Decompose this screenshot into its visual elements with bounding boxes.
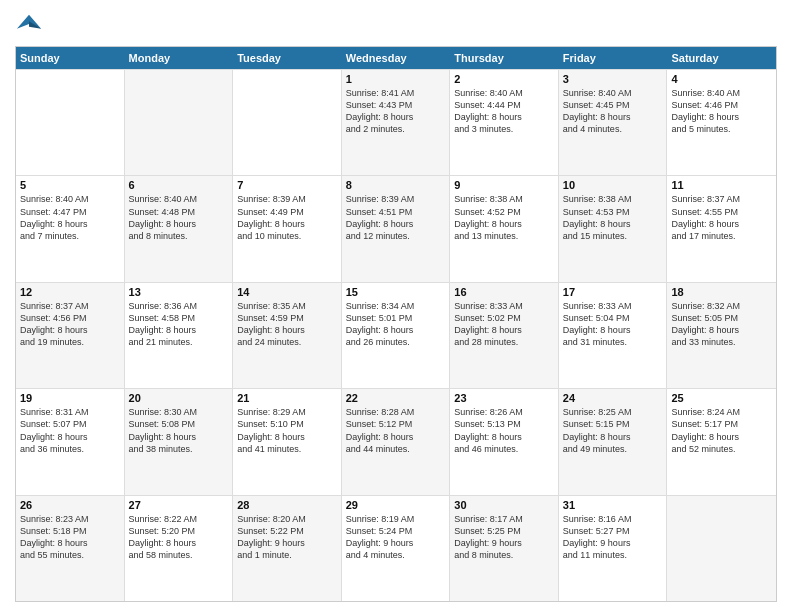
cell-info-line: and 38 minutes. xyxy=(129,443,229,455)
cell-info-line: Sunrise: 8:38 AM xyxy=(563,193,663,205)
cell-info-line: and 33 minutes. xyxy=(671,336,772,348)
cal-cell: 4Sunrise: 8:40 AMSunset: 4:46 PMDaylight… xyxy=(667,70,776,175)
day-number: 16 xyxy=(454,286,554,298)
cell-info-line: and 8 minutes. xyxy=(129,230,229,242)
cell-info-line: Daylight: 8 hours xyxy=(346,111,446,123)
cal-cell: 25Sunrise: 8:24 AMSunset: 5:17 PMDayligh… xyxy=(667,389,776,494)
cal-cell: 24Sunrise: 8:25 AMSunset: 5:15 PMDayligh… xyxy=(559,389,668,494)
cell-info-line: Daylight: 8 hours xyxy=(563,111,663,123)
cell-info-line: Sunset: 5:15 PM xyxy=(563,418,663,430)
cell-info-line: and 46 minutes. xyxy=(454,443,554,455)
cell-info-line: Sunset: 5:27 PM xyxy=(563,525,663,537)
calendar-row-0: 1Sunrise: 8:41 AMSunset: 4:43 PMDaylight… xyxy=(16,69,776,175)
cell-info-line: Sunrise: 8:33 AM xyxy=(563,300,663,312)
header-day-thursday: Thursday xyxy=(450,47,559,69)
cal-cell xyxy=(667,496,776,601)
cell-info-line: Sunrise: 8:39 AM xyxy=(237,193,337,205)
cell-info-line: and 28 minutes. xyxy=(454,336,554,348)
cell-info-line: Daylight: 8 hours xyxy=(346,218,446,230)
cell-info-line: Daylight: 8 hours xyxy=(563,431,663,443)
day-number: 4 xyxy=(671,73,772,85)
page: SundayMondayTuesdayWednesdayThursdayFrid… xyxy=(0,0,792,612)
calendar-row-4: 26Sunrise: 8:23 AMSunset: 5:18 PMDayligh… xyxy=(16,495,776,601)
cell-info-line: Sunrise: 8:37 AM xyxy=(671,193,772,205)
cell-info-line: and 8 minutes. xyxy=(454,549,554,561)
cell-info-line: Sunset: 4:56 PM xyxy=(20,312,120,324)
cal-cell xyxy=(233,70,342,175)
cell-info-line: Daylight: 8 hours xyxy=(237,324,337,336)
cell-info-line: Sunrise: 8:23 AM xyxy=(20,513,120,525)
cell-info-line: Sunrise: 8:37 AM xyxy=(20,300,120,312)
calendar-body: 1Sunrise: 8:41 AMSunset: 4:43 PMDaylight… xyxy=(16,69,776,601)
cal-cell: 17Sunrise: 8:33 AMSunset: 5:04 PMDayligh… xyxy=(559,283,668,388)
cell-info-line: Daylight: 8 hours xyxy=(20,218,120,230)
day-number: 8 xyxy=(346,179,446,191)
cell-info-line: Sunset: 4:43 PM xyxy=(346,99,446,111)
cell-info-line: Daylight: 8 hours xyxy=(454,111,554,123)
header-day-monday: Monday xyxy=(125,47,234,69)
cell-info-line: Sunset: 5:05 PM xyxy=(671,312,772,324)
cell-info-line: and 52 minutes. xyxy=(671,443,772,455)
cell-info-line: Sunset: 5:07 PM xyxy=(20,418,120,430)
cell-info-line: and 58 minutes. xyxy=(129,549,229,561)
cell-info-line: Sunset: 5:04 PM xyxy=(563,312,663,324)
cell-info-line: Daylight: 9 hours xyxy=(237,537,337,549)
header-day-wednesday: Wednesday xyxy=(342,47,451,69)
cell-info-line: Sunrise: 8:30 AM xyxy=(129,406,229,418)
day-number: 27 xyxy=(129,499,229,511)
cal-cell: 13Sunrise: 8:36 AMSunset: 4:58 PMDayligh… xyxy=(125,283,234,388)
cell-info-line: and 26 minutes. xyxy=(346,336,446,348)
cell-info-line: and 5 minutes. xyxy=(671,123,772,135)
cell-info-line: Sunrise: 8:24 AM xyxy=(671,406,772,418)
cell-info-line: Daylight: 8 hours xyxy=(20,324,120,336)
cell-info-line: Sunrise: 8:29 AM xyxy=(237,406,337,418)
day-number: 31 xyxy=(563,499,663,511)
cell-info-line: Daylight: 8 hours xyxy=(671,218,772,230)
header xyxy=(15,10,777,38)
cell-info-line: and 11 minutes. xyxy=(563,549,663,561)
cal-cell: 22Sunrise: 8:28 AMSunset: 5:12 PMDayligh… xyxy=(342,389,451,494)
cal-cell: 26Sunrise: 8:23 AMSunset: 5:18 PMDayligh… xyxy=(16,496,125,601)
cal-cell: 18Sunrise: 8:32 AMSunset: 5:05 PMDayligh… xyxy=(667,283,776,388)
cell-info-line: Daylight: 8 hours xyxy=(346,431,446,443)
cell-info-line: Sunrise: 8:39 AM xyxy=(346,193,446,205)
cell-info-line: Sunrise: 8:40 AM xyxy=(563,87,663,99)
day-number: 2 xyxy=(454,73,554,85)
calendar-row-1: 5Sunrise: 8:40 AMSunset: 4:47 PMDaylight… xyxy=(16,175,776,281)
cell-info-line: and 3 minutes. xyxy=(454,123,554,135)
cell-info-line: Sunset: 5:01 PM xyxy=(346,312,446,324)
cal-cell: 28Sunrise: 8:20 AMSunset: 5:22 PMDayligh… xyxy=(233,496,342,601)
cell-info-line: and 7 minutes. xyxy=(20,230,120,242)
cal-cell: 1Sunrise: 8:41 AMSunset: 4:43 PMDaylight… xyxy=(342,70,451,175)
cell-info-line: and 21 minutes. xyxy=(129,336,229,348)
cal-cell: 15Sunrise: 8:34 AMSunset: 5:01 PMDayligh… xyxy=(342,283,451,388)
day-number: 20 xyxy=(129,392,229,404)
cell-info-line: Daylight: 8 hours xyxy=(346,324,446,336)
cell-info-line: Sunrise: 8:25 AM xyxy=(563,406,663,418)
cell-info-line: and 41 minutes. xyxy=(237,443,337,455)
day-number: 13 xyxy=(129,286,229,298)
cell-info-line: Sunset: 5:10 PM xyxy=(237,418,337,430)
cell-info-line: and 24 minutes. xyxy=(237,336,337,348)
logo-icon xyxy=(15,10,43,38)
day-number: 18 xyxy=(671,286,772,298)
cell-info-line: Daylight: 9 hours xyxy=(346,537,446,549)
calendar-row-3: 19Sunrise: 8:31 AMSunset: 5:07 PMDayligh… xyxy=(16,388,776,494)
cell-info-line: Sunset: 4:55 PM xyxy=(671,206,772,218)
cal-cell xyxy=(16,70,125,175)
cell-info-line: Sunrise: 8:38 AM xyxy=(454,193,554,205)
cell-info-line: Sunrise: 8:19 AM xyxy=(346,513,446,525)
cell-info-line: Sunset: 5:25 PM xyxy=(454,525,554,537)
cell-info-line: Sunset: 4:58 PM xyxy=(129,312,229,324)
cell-info-line: Daylight: 8 hours xyxy=(563,218,663,230)
cal-cell: 20Sunrise: 8:30 AMSunset: 5:08 PMDayligh… xyxy=(125,389,234,494)
cell-info-line: Daylight: 9 hours xyxy=(454,537,554,549)
day-number: 12 xyxy=(20,286,120,298)
day-number: 29 xyxy=(346,499,446,511)
cell-info-line: Sunset: 5:08 PM xyxy=(129,418,229,430)
cal-cell: 19Sunrise: 8:31 AMSunset: 5:07 PMDayligh… xyxy=(16,389,125,494)
cell-info-line: Daylight: 8 hours xyxy=(454,324,554,336)
cal-cell: 11Sunrise: 8:37 AMSunset: 4:55 PMDayligh… xyxy=(667,176,776,281)
cell-info-line: Sunset: 4:51 PM xyxy=(346,206,446,218)
cell-info-line: Sunrise: 8:40 AM xyxy=(671,87,772,99)
